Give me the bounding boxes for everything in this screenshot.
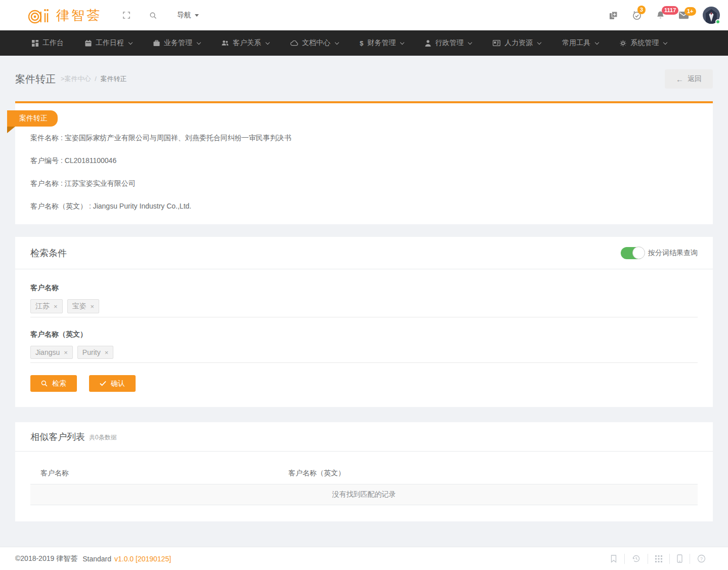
history-button[interactable]: [625, 554, 648, 563]
nav-item-documents[interactable]: 文档中心: [280, 30, 349, 56]
search-conditions-card: 检索条件 按分词结果查询 客户名称 江苏 × 宝姿 ×: [15, 237, 713, 407]
breadcrumb-parent[interactable]: >案件中心: [61, 75, 91, 83]
edition-text: Standard: [82, 555, 111, 563]
briefcase-icon: [153, 40, 160, 47]
toggle-knob: [632, 247, 645, 259]
tag[interactable]: 江苏 ×: [30, 299, 63, 313]
remove-x-icon[interactable]: ×: [54, 303, 58, 310]
case-info-card: 案件转正 案件名称 : 宝姿国际家纺产业有限公司与周国祥、刘燕委托合同纠纷一审民…: [15, 101, 713, 224]
chevron-down-icon: [468, 40, 472, 44]
search-card-body: 客户名称 江苏 × 宝姿 × 客户名称（英文） Jiangsu: [15, 269, 713, 407]
case-ribbon: 案件转正: [7, 110, 58, 127]
customer-name-tags-input[interactable]: 江苏 × 宝姿 ×: [30, 299, 698, 317]
customer-name-en-field: 客户名称（英文） Jiangsu × Purity ×: [30, 330, 698, 363]
gear-icon: [620, 40, 626, 47]
copy-plus-icon: [609, 11, 618, 20]
chevron-down-icon: [537, 40, 541, 44]
nav-item-system[interactable]: 系统管理: [609, 30, 677, 56]
nav-item-schedule[interactable]: 工作日程: [74, 30, 143, 56]
back-arrow-icon: ←: [676, 75, 683, 83]
chevron-down-icon: [595, 40, 599, 44]
breadcrumb-current: 案件转正: [100, 75, 126, 83]
search-icon[interactable]: [149, 12, 157, 19]
help-icon: ?: [697, 554, 706, 563]
tag[interactable]: 宝姿 ×: [67, 299, 100, 313]
app-logo[interactable]: 律智荟: [28, 6, 102, 24]
app-footer: ©2018-2019 律智荟 Standard v1.0.0 [20190125…: [0, 547, 728, 570]
toggle-label: 按分词结果查询: [648, 249, 698, 258]
client-name-en-line: 客户名称（英文） : Jiangsu Purity Industry Co.,L…: [30, 202, 698, 211]
version-text[interactable]: v1.0.0 [20190125]: [114, 555, 171, 563]
history-icon: [632, 554, 640, 563]
back-button[interactable]: ← 返回: [665, 69, 713, 89]
chevron-down-icon: [335, 40, 339, 44]
search-card-title: 检索条件: [30, 247, 67, 259]
similar-customers-table: 客户名称 客户名称（英文） 没有找到匹配的记录: [30, 466, 698, 505]
similar-customers-card: 相似客户列表 共0条数据 客户名称 客户名称（英文） 没有找到匹配的记录: [15, 422, 713, 521]
tag[interactable]: Jiangsu ×: [30, 346, 73, 359]
online-status-dot: [715, 19, 720, 24]
confirm-button[interactable]: 确认: [89, 375, 136, 392]
nav-item-administration[interactable]: 行政管理: [414, 30, 482, 56]
nav-item-finance[interactable]: $ 财务管理: [349, 30, 414, 56]
idcard-icon: [493, 40, 500, 46]
chevron-down-icon: [400, 40, 404, 44]
help-button[interactable]: ?: [690, 554, 713, 563]
nav-item-business[interactable]: 业务管理: [143, 30, 211, 56]
avatar[interactable]: [703, 7, 720, 24]
customer-name-en-tags-input[interactable]: Jiangsu × Purity ×: [30, 346, 698, 363]
nav-item-workbench[interactable]: 工作台: [21, 30, 74, 56]
messages-button[interactable]: 1+: [679, 12, 689, 19]
case-name-line: 案件名称 : 宝姿国际家纺产业有限公司与周国祥、刘燕委托合同纠纷一审民事判决书: [30, 134, 698, 143]
nav-item-customers[interactable]: 客户关系: [211, 30, 280, 56]
logo-mark-icon: [28, 6, 52, 24]
bookmark-button[interactable]: [603, 555, 624, 563]
page-title: 案件转正: [15, 72, 56, 86]
chevron-down-icon: [663, 40, 667, 44]
search-button[interactable]: 检索: [30, 375, 77, 392]
users-icon: [222, 40, 229, 46]
chevron-down-icon: [195, 14, 199, 17]
column-customer-name-en: 客户名称（英文）: [278, 466, 698, 484]
nav-dropdown-label: 导航: [177, 11, 191, 20]
main-content: 案件转正 >案件中心 / 案件转正 ← 返回 案件转正 案件名称 : 宝姿国际家…: [0, 56, 728, 547]
customer-name-label: 客户名称: [30, 283, 698, 293]
empty-state-text: 没有找到匹配的记录: [30, 484, 698, 505]
mobile-button[interactable]: [670, 554, 690, 563]
apps-button[interactable]: [648, 555, 669, 562]
notifications-button[interactable]: 1117: [656, 11, 665, 20]
copy-plus-button[interactable]: [609, 11, 618, 20]
word-segment-toggle[interactable]: [621, 247, 644, 259]
reminders-button[interactable]: 3: [632, 10, 642, 20]
breadcrumb-separator: /: [95, 75, 97, 83]
customer-name-field: 客户名称 江苏 × 宝姿 ×: [30, 283, 698, 317]
reminders-badge: 3: [637, 6, 646, 14]
breadcrumb: >案件中心 / 案件转正: [61, 74, 126, 84]
nav-item-tools[interactable]: 常用工具: [551, 30, 609, 56]
chevron-down-icon: [129, 40, 133, 44]
nav-dropdown[interactable]: 导航: [177, 11, 199, 20]
cloud-icon: [290, 40, 298, 46]
page-head: 案件转正 >案件中心 / 案件转正 ← 返回: [15, 56, 713, 101]
chevron-down-icon: [197, 40, 201, 44]
column-customer-name: 客户名称: [30, 466, 278, 484]
brand-name: 律智荟: [56, 7, 102, 24]
copyright-text: ©2018-2019 律智荟: [15, 554, 77, 563]
similar-card-body: 客户名称 客户名称（英文） 没有找到匹配的记录: [15, 452, 713, 521]
calendar-icon: [85, 40, 92, 47]
nav-item-hr[interactable]: 人力资源: [482, 30, 551, 56]
customer-name-en-label: 客户名称（英文）: [30, 330, 698, 339]
tag[interactable]: Purity ×: [77, 346, 113, 359]
fullscreen-icon[interactable]: [123, 12, 130, 19]
client-number-line: 客户编号 : CL20181100046: [30, 156, 698, 166]
apps-grid-icon: [655, 555, 662, 562]
empty-state-row: 没有找到匹配的记录: [30, 484, 698, 505]
check-icon: [100, 381, 106, 386]
chevron-down-icon: [266, 40, 270, 44]
remove-x-icon[interactable]: ×: [105, 349, 109, 356]
mobile-icon: [677, 554, 682, 563]
remove-x-icon[interactable]: ×: [64, 349, 68, 356]
similar-card-header: 相似客户列表 共0条数据: [15, 422, 713, 452]
remove-x-icon[interactable]: ×: [91, 303, 95, 310]
person-icon: [425, 40, 431, 47]
